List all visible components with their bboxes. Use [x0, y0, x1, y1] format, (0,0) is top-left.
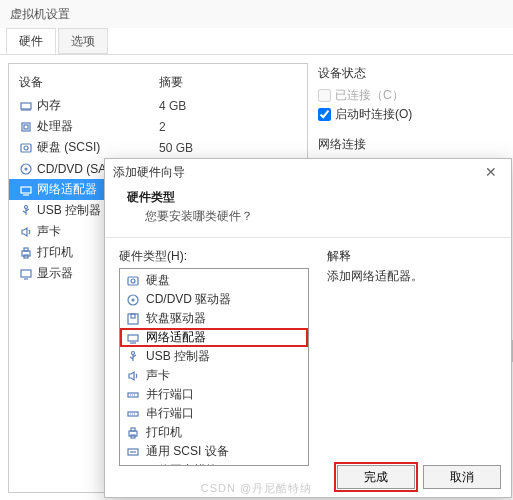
connected-checkbox[interactable]: 已连接（C） — [318, 86, 505, 105]
connect-on-power-input[interactable] — [318, 108, 331, 121]
svg-point-14 — [131, 279, 135, 283]
hw-item-label: CD/DVD 驱动器 — [146, 291, 231, 308]
svg-rect-7 — [21, 187, 31, 193]
svg-rect-2 — [24, 125, 28, 129]
device-name: 显示器 — [37, 265, 73, 282]
svg-point-6 — [25, 168, 27, 170]
add-hardware-wizard: 添加硬件向导 ✕ 硬件类型 您要安装哪类硬件？ 硬件类型(H): 硬盘CD/DV… — [104, 158, 512, 498]
hw-item[interactable]: 通用 SCSI 设备 — [120, 442, 308, 461]
sound-icon — [126, 369, 140, 383]
tab-hardware[interactable]: 硬件 — [6, 28, 56, 54]
device-status-group: 设备状态 已连接（C） 启动时连接(O) — [318, 65, 505, 124]
connected-input — [318, 89, 331, 102]
net-icon — [19, 183, 33, 197]
tpm-icon — [126, 464, 140, 467]
hw-item[interactable]: 声卡 — [120, 366, 308, 385]
device-summary: 4 GB — [159, 99, 186, 113]
memory-icon — [19, 99, 33, 113]
hw-item-label: 打印机 — [146, 424, 182, 441]
col-summary: 摘要 — [159, 74, 183, 91]
col-device: 设备 — [19, 74, 159, 91]
hw-item[interactable]: 可信平台模块 — [120, 461, 308, 466]
usb-icon — [19, 204, 33, 218]
device-row[interactable]: 内存 4 GB — [9, 95, 307, 116]
tab-options[interactable]: 选项 — [58, 28, 108, 54]
hw-item[interactable]: CD/DVD 驱动器 — [120, 290, 308, 309]
svg-point-5 — [21, 164, 31, 174]
svg-rect-3 — [21, 144, 31, 152]
hw-item[interactable]: 硬盘 — [120, 271, 308, 290]
svg-point-4 — [24, 146, 28, 150]
display-icon — [19, 267, 33, 281]
close-icon[interactable]: ✕ — [479, 164, 503, 180]
svg-rect-10 — [24, 248, 28, 251]
device-name: 硬盘 (SCSI) — [37, 139, 100, 156]
hw-item[interactable]: 网络适配器 — [120, 328, 308, 347]
printer-icon — [126, 426, 140, 440]
hw-item-label: USB 控制器 — [146, 348, 210, 365]
wizard-subheading: 您要安装哪类硬件？ — [127, 208, 493, 225]
hw-item[interactable]: 并行端口 — [120, 385, 308, 404]
printer-icon — [19, 246, 33, 260]
explain-text: 添加网络适配器。 — [327, 268, 497, 285]
wizard-title: 添加硬件向导 — [113, 164, 185, 181]
cd-icon — [19, 162, 33, 176]
device-name: 处理器 — [37, 118, 73, 135]
hw-item[interactable]: 打印机 — [120, 423, 308, 442]
explain-label: 解释 — [327, 248, 497, 265]
window-title: 虚拟机设置 — [0, 0, 513, 28]
hw-item-label: 串行端口 — [146, 405, 194, 422]
hw-item-label: 通用 SCSI 设备 — [146, 443, 229, 460]
floppy-icon — [126, 312, 140, 326]
device-name: 声卡 — [37, 223, 61, 240]
svg-rect-18 — [131, 314, 135, 318]
scsi-icon — [126, 445, 140, 459]
hw-item-label: 声卡 — [146, 367, 170, 384]
device-name: 内存 — [37, 97, 61, 114]
hw-item-label: 并行端口 — [146, 386, 194, 403]
hw-item[interactable]: 串行端口 — [120, 404, 308, 423]
svg-rect-1 — [22, 123, 30, 131]
svg-rect-13 — [128, 277, 138, 285]
device-summary: 50 GB — [159, 141, 193, 155]
connect-on-power-checkbox[interactable]: 启动时连接(O) — [318, 105, 505, 124]
disk-icon — [19, 141, 33, 155]
hw-item-label: 硬盘 — [146, 272, 170, 289]
sound-icon — [19, 225, 33, 239]
svg-rect-12 — [21, 270, 31, 277]
device-name: USB 控制器 — [37, 202, 101, 219]
svg-point-16 — [132, 299, 134, 301]
svg-rect-17 — [128, 314, 138, 324]
svg-rect-0 — [21, 103, 31, 109]
usb-icon — [126, 350, 140, 364]
disk-icon — [126, 274, 140, 288]
hw-item-label: 网络适配器 — [146, 329, 206, 346]
hw-item[interactable]: 软盘驱动器 — [120, 309, 308, 328]
finish-button[interactable]: 完成 — [337, 465, 415, 489]
device-summary: 2 — [159, 120, 166, 134]
port-icon — [126, 407, 140, 421]
hw-item-label: 可信平台模块 — [146, 462, 218, 466]
hw-item-label: 软盘驱动器 — [146, 310, 206, 327]
watermark: CSDN @丹尼酷特纳 — [201, 481, 312, 496]
port-icon — [126, 388, 140, 402]
svg-rect-19 — [128, 335, 138, 341]
device-row[interactable]: 处理器 2 — [9, 116, 307, 137]
wizard-heading: 硬件类型 — [127, 189, 493, 206]
device-row[interactable]: 硬盘 (SCSI) 50 GB — [9, 137, 307, 158]
tabs: 硬件 选项 — [0, 28, 513, 55]
svg-rect-24 — [131, 428, 135, 431]
hw-item[interactable]: USB 控制器 — [120, 347, 308, 366]
hw-list[interactable]: 硬盘CD/DVD 驱动器软盘驱动器网络适配器USB 控制器声卡并行端口串行端口打… — [119, 268, 309, 466]
svg-point-15 — [128, 295, 138, 305]
device-name: 打印机 — [37, 244, 73, 261]
status-title: 设备状态 — [318, 65, 505, 82]
device-name: 网络适配器 — [37, 181, 97, 198]
cd-icon — [126, 293, 140, 307]
hw-list-label: 硬件类型(H): — [119, 248, 309, 265]
cancel-button[interactable]: 取消 — [423, 465, 501, 489]
cpu-icon — [19, 120, 33, 134]
network-title: 网络连接 — [318, 136, 505, 153]
net-icon — [126, 331, 140, 345]
